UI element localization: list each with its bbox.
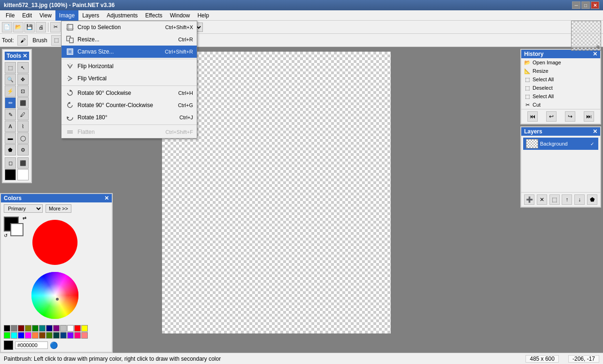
tool-clone-stamp[interactable]: 🖊 — [17, 109, 29, 120]
palette-color[interactable] — [39, 325, 46, 332]
palette-color[interactable] — [11, 332, 17, 339]
palette-color[interactable] — [74, 332, 81, 339]
history-item-deselect[interactable]: ⬚ Deselect — [521, 84, 600, 92]
new-button[interactable]: 📄 — [2, 22, 12, 32]
menu-item-rotate-cw[interactable]: Rotate 90° Clockwise Ctrl+H — [62, 87, 197, 99]
menu-layers[interactable]: Layers — [78, 10, 103, 21]
history-last-button[interactable]: ⏭ — [584, 111, 594, 122]
palette-color[interactable] — [4, 332, 10, 339]
tool-text[interactable]: A — [5, 121, 16, 132]
tool-extra-2[interactable]: ⬛ — [17, 157, 29, 169]
save-button[interactable]: 💾 — [24, 22, 35, 32]
palette-color[interactable] — [81, 325, 88, 332]
menu-effects[interactable]: Effects — [141, 10, 166, 21]
tool-color-2[interactable] — [17, 169, 29, 180]
palette-color[interactable] — [18, 332, 24, 339]
tool-zoom[interactable]: 🔍 — [5, 74, 16, 85]
tool-pencil[interactable]: ✎ — [5, 109, 16, 120]
cut-button[interactable]: ✂ — [50, 22, 61, 32]
tool-recolor[interactable]: ⌇ — [17, 121, 29, 132]
tool-color-1[interactable] — [5, 169, 16, 180]
palette-color[interactable] — [81, 332, 88, 339]
swap-colors-icon[interactable]: ⇄ — [23, 216, 26, 221]
menu-item-crop[interactable]: Crop to Selection Ctrl+Shift+X — [62, 21, 197, 33]
palette-color[interactable] — [60, 325, 67, 332]
tool-paintbrush[interactable]: ✏ — [5, 97, 16, 108]
close-button[interactable]: ✕ — [591, 1, 599, 9]
minimize-button[interactable]: ─ — [572, 1, 580, 9]
open-button[interactable]: 📂 — [13, 22, 23, 32]
palette-color[interactable] — [4, 325, 10, 332]
history-item-selectall1[interactable]: ⬚ Select All — [521, 75, 600, 84]
palette-color[interactable] — [60, 332, 67, 339]
menu-item-flip-v[interactable]: Flip Vertical — [62, 72, 197, 85]
palette-color[interactable] — [25, 332, 31, 339]
palette-color[interactable] — [25, 325, 31, 332]
palette-color[interactable] — [53, 332, 60, 339]
history-item-resize[interactable]: 📐 Resize — [521, 67, 600, 75]
tool-gradient[interactable]: ◯ — [17, 132, 29, 144]
maximize-button[interactable]: □ — [581, 1, 590, 9]
menu-item-rotate-ccw[interactable]: Rotate 90° Counter-Clockwise Ctrl+G — [62, 99, 197, 111]
tool-eraser[interactable]: ⬛ — [17, 97, 29, 108]
brush-size-btn[interactable]: ⬚ — [51, 35, 62, 46]
tool-paint-bucket[interactable]: ▬ — [5, 132, 16, 144]
menu-edit[interactable]: Edit — [18, 10, 36, 21]
tool-shapes[interactable]: ⬟ — [5, 144, 16, 155]
layer-up-button[interactable]: ↑ — [562, 194, 572, 205]
menu-view[interactable]: View — [36, 10, 55, 21]
layer-delete-button[interactable]: ✕ — [537, 194, 547, 205]
palette-color[interactable] — [11, 325, 17, 332]
layer-properties-button[interactable]: ⬚ — [549, 194, 560, 205]
palette-color[interactable] — [32, 332, 39, 339]
color-wheel[interactable] — [29, 217, 81, 268]
palette-color[interactable] — [32, 325, 39, 332]
palette-color[interactable] — [53, 325, 60, 332]
history-redo-button[interactable]: ↪ — [565, 111, 575, 122]
layer-visibility-check[interactable]: ✓ — [589, 140, 595, 147]
palette-color[interactable] — [46, 325, 53, 332]
tool-freeform-select[interactable]: ⊡ — [17, 85, 29, 97]
palette-color[interactable] — [46, 332, 53, 339]
print-button[interactable]: 🖨 — [36, 22, 46, 32]
tool-magic-wand[interactable]: ⚡ — [5, 85, 16, 97]
layers-close-icon[interactable]: ✕ — [593, 128, 597, 135]
menu-file[interactable]: File — [2, 10, 18, 21]
history-item-selectall2[interactable]: ⬚ Select All — [521, 92, 600, 101]
hex-color-input[interactable] — [15, 341, 48, 349]
more-colors-button[interactable]: More >> — [46, 204, 71, 213]
secondary-color-swatch[interactable] — [10, 223, 23, 236]
menu-image[interactable]: Image — [55, 10, 78, 21]
palette-color[interactable] — [39, 332, 46, 339]
reset-colors-icon[interactable]: ↺ — [4, 233, 8, 238]
menu-help[interactable]: Help — [193, 10, 213, 21]
layer-item-background[interactable]: Background ✓ — [523, 138, 598, 150]
tool-rect-select[interactable]: ⬚ — [5, 62, 16, 73]
colors-close-icon[interactable]: ✕ — [104, 195, 109, 201]
tool-pan[interactable]: ✥ — [17, 74, 29, 85]
history-item-open[interactable]: 📂 Open Image — [521, 58, 600, 67]
menu-item-canvas-size[interactable]: Canvas Size... Ctrl+Shift+R — [62, 46, 197, 58]
menu-item-flatten[interactable]: Flatten Ctrl+Shift+F — [62, 126, 197, 138]
palette-color[interactable] — [18, 325, 24, 332]
color-mode-dropdown[interactable]: Primary Secondary — [4, 204, 43, 213]
tools-close-icon[interactable]: ✕ — [23, 53, 27, 59]
menu-adjustments[interactable]: Adjustments — [103, 10, 141, 21]
history-item-cut[interactable]: ✂ Cut — [521, 101, 600, 109]
tool-line[interactable]: ⚙ — [17, 144, 29, 155]
menu-item-resize[interactable]: Resize... Ctrl+R — [62, 33, 197, 46]
history-close-icon[interactable]: ✕ — [593, 51, 597, 57]
tool-move[interactable]: ↖ — [17, 62, 29, 73]
menu-item-rotate-180[interactable]: Rotate 180° Ctrl+J — [62, 111, 197, 124]
tool-mode-button[interactable]: 🖌 — [17, 35, 28, 46]
history-undo-button[interactable]: ↩ — [546, 111, 557, 122]
color-picker-icon[interactable]: 🔵 — [50, 341, 58, 349]
history-first-button[interactable]: ⏮ — [527, 111, 538, 122]
tool-extra-1[interactable]: ◻ — [5, 157, 16, 169]
menu-item-flip-h[interactable]: Flip Horizontal — [62, 60, 197, 72]
foreground-indicator[interactable] — [4, 341, 13, 350]
layer-down-button[interactable]: ↓ — [574, 194, 585, 205]
palette-color[interactable] — [67, 332, 74, 339]
layer-add-button[interactable]: ➕ — [524, 194, 534, 205]
layer-merge-button[interactable]: ⬟ — [587, 194, 597, 205]
